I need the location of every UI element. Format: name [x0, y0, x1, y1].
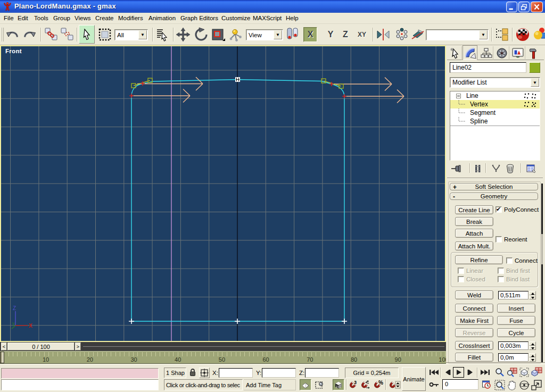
- create-line-button[interactable]: Create Line: [455, 205, 493, 214]
- select-and-link-icon[interactable]: [44, 27, 59, 41]
- time-slider-handle[interactable]: 0 / 100: [7, 343, 75, 351]
- stack-item-segment[interactable]: Segment: [450, 109, 540, 117]
- object-name-input[interactable]: Line02: [450, 62, 526, 73]
- maxscript-listener-macro[interactable]: [1, 368, 159, 379]
- undo-icon[interactable]: [5, 28, 20, 41]
- select-and-rotate-icon[interactable]: [194, 27, 209, 42]
- zoom-extents-button[interactable]: [518, 366, 530, 378]
- dotted-circle-toggle-button[interactable]: [313, 379, 325, 390]
- make-first-button[interactable]: Make First: [455, 316, 493, 325]
- menu-animation[interactable]: Animation: [148, 14, 176, 23]
- reorient-checkbox[interactable]: [496, 236, 502, 243]
- zoom-all-button[interactable]: [506, 366, 518, 378]
- remove-modifier-icon[interactable]: [506, 164, 515, 174]
- bind-first-checkbox[interactable]: [498, 268, 504, 274]
- tab-motion[interactable]: [494, 46, 509, 60]
- y-coord-input[interactable]: [262, 368, 296, 378]
- show-end-result-icon[interactable]: [491, 164, 501, 174]
- lock-stack-icon[interactable]: [474, 164, 482, 174]
- menu-file[interactable]: File: [4, 14, 14, 23]
- insert-button[interactable]: Insert: [497, 304, 535, 313]
- time-slider-track[interactable]: < 0 / 100 >: [0, 342, 446, 351]
- degradation-override-button[interactable]: [300, 379, 311, 390]
- animate-button[interactable]: Animate: [402, 367, 426, 391]
- refine-button[interactable]: Refine: [455, 255, 503, 264]
- z-coord-input[interactable]: [305, 368, 339, 378]
- viewport-canvas[interactable]: Z X y Front: [1, 46, 445, 341]
- command-panel-scrollbar[interactable]: [541, 184, 543, 362]
- set-key-icon[interactable]: [429, 381, 440, 389]
- select-object-button[interactable]: [79, 25, 95, 44]
- restore-button[interactable]: [518, 2, 530, 12]
- cycle-button[interactable]: Cycle: [497, 328, 535, 337]
- weld-button[interactable]: Weld: [455, 290, 493, 299]
- menu-tools[interactable]: Tools: [34, 14, 48, 23]
- previous-frame-button[interactable]: [443, 368, 451, 378]
- menu-graph-editors[interactable]: Graph Editors: [180, 14, 218, 23]
- zoom-button[interactable]: [494, 366, 506, 378]
- attach-button[interactable]: Attach: [455, 229, 493, 238]
- cross-insert-spinner[interactable]: [529, 341, 536, 350]
- polyconnect-checkbox[interactable]: [496, 206, 502, 213]
- viewport-label[interactable]: Front: [5, 48, 22, 54]
- current-frame-marker[interactable]: [0, 352, 4, 363]
- menu-modifiers[interactable]: Modifiers: [118, 14, 143, 23]
- rollout-soft-selection[interactable]: + Soft Selection: [450, 183, 538, 190]
- bind-last-checkbox[interactable]: [498, 276, 504, 282]
- axis-constraint-xy-button[interactable]: XY: [354, 27, 369, 42]
- crossing-window-toggle-button[interactable]: [333, 379, 344, 390]
- axis-constraint-x-button[interactable]: X: [303, 27, 317, 42]
- menu-group[interactable]: Group: [53, 14, 70, 23]
- top-vertex-marker[interactable]: [235, 77, 240, 82]
- closed-checkbox[interactable]: [458, 276, 464, 282]
- chevron-down-icon[interactable]: ▼: [138, 30, 147, 39]
- stack-item-line[interactable]: Line: [450, 91, 540, 100]
- go-to-end-button[interactable]: [480, 368, 491, 378]
- spline-shape[interactable]: [131, 80, 344, 322]
- connect-checkbox[interactable]: [506, 257, 513, 264]
- mirror-icon[interactable]: [376, 27, 391, 42]
- minimize-button[interactable]: [506, 2, 517, 12]
- close-button[interactable]: [531, 2, 543, 12]
- unlink-selection-icon[interactable]: [60, 27, 75, 41]
- snap-spinner-button[interactable]: [388, 379, 402, 391]
- schematic-view-icon[interactable]: [494, 27, 509, 42]
- menu-edit[interactable]: Edit: [18, 14, 28, 23]
- redo-icon[interactable]: [22, 28, 37, 41]
- menu-views[interactable]: Views: [75, 14, 90, 23]
- tab-modify[interactable]: [463, 45, 477, 60]
- cross-insert-button[interactable]: CrossInsert: [455, 341, 493, 350]
- render-scene-icon[interactable]: [515, 27, 530, 43]
- tab-hierarchy[interactable]: [478, 46, 493, 60]
- rectangular-selection-region-icon[interactable]: [97, 27, 112, 42]
- reference-coordsys-combo[interactable]: View ▼: [246, 29, 283, 40]
- tab-display[interactable]: [510, 46, 525, 60]
- time-slider-next-button[interactable]: >: [75, 343, 81, 351]
- pan-button[interactable]: [506, 379, 518, 391]
- break-button[interactable]: Break: [455, 217, 493, 226]
- play-button[interactable]: [453, 367, 464, 378]
- absolute-offset-toggle-button[interactable]: [199, 368, 210, 378]
- viewport-front[interactable]: Z X y Front: [0, 45, 446, 342]
- time-configuration-button[interactable]: [482, 380, 491, 390]
- weld-threshold-field[interactable]: 0,511m: [498, 291, 529, 299]
- time-slider-prev-button[interactable]: <: [1, 343, 7, 351]
- x-coord-input[interactable]: [219, 368, 253, 378]
- modifier-list-combo[interactable]: Modifier List ▼: [450, 77, 540, 88]
- zoom-region-button[interactable]: [494, 379, 506, 391]
- axis-constraint-y-button[interactable]: Y: [324, 27, 337, 42]
- snap-angle-button[interactable]: [360, 379, 371, 391]
- select-and-move-icon[interactable]: [176, 27, 191, 42]
- chevron-down-icon[interactable]: ▼: [531, 78, 539, 87]
- tab-create[interactable]: [447, 46, 462, 60]
- tab-utilities[interactable]: [526, 46, 542, 60]
- rollout-geometry[interactable]: - Geometry: [450, 193, 538, 200]
- stack-item-vertex[interactable]: Vertex: [450, 100, 540, 109]
- quick-render-icon[interactable]: [533, 27, 545, 43]
- select-and-manipulate-icon[interactable]: [228, 27, 243, 42]
- scrollbar-thumb[interactable]: [541, 234, 543, 264]
- weld-spinner[interactable]: [529, 291, 536, 299]
- zoom-extents-all-button[interactable]: [531, 366, 542, 378]
- selection-lock-icon[interactable]: [189, 368, 196, 378]
- maxscript-listener-input[interactable]: [1, 379, 159, 390]
